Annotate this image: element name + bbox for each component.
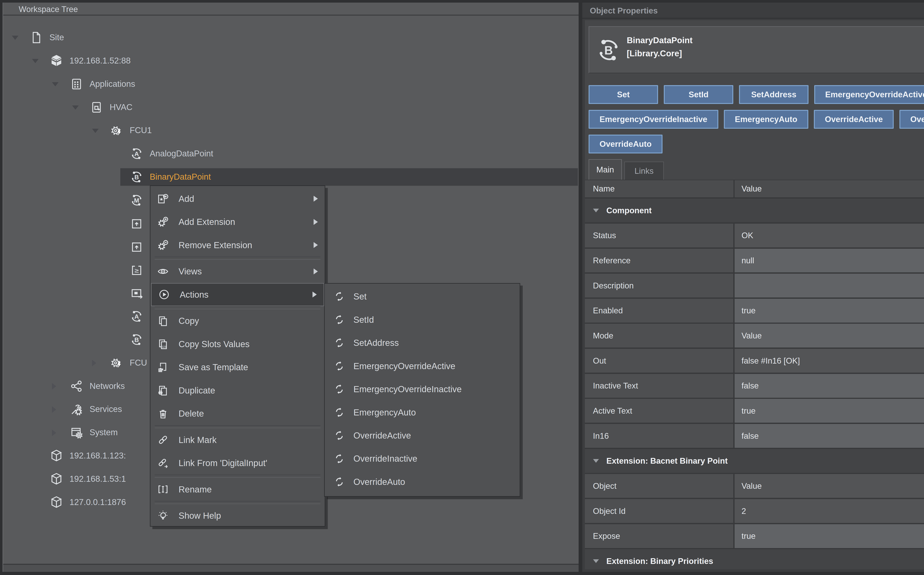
horizontal-scrollbar[interactable] (3, 564, 578, 572)
property-value[interactable]: null (734, 249, 924, 273)
section-header-extension-bacnet-binary-point[interactable]: Extension: Bacnet Binary Point (585, 449, 924, 473)
menu-item-setid[interactable]: SetId (325, 308, 520, 331)
tree-item-192-168-1-52-88[interactable]: 192.168.1.52:88 (3, 52, 578, 70)
action-button-setaddress[interactable]: SetAddress (739, 85, 808, 104)
menu-item-rename[interactable]: Rename (150, 478, 325, 501)
menu-item-duplicate[interactable]: Duplicate (150, 379, 325, 402)
property-value[interactable]: true (734, 299, 924, 322)
section-collapse-icon[interactable] (593, 459, 599, 463)
menu-item-copy-slots-values[interactable]: 123Copy Slots Values (150, 332, 325, 356)
action-button-emergencyoverrideinactive[interactable]: EmergencyOverrideInactive (589, 110, 718, 129)
menu-item-setaddress[interactable]: SetAddress (325, 331, 520, 354)
export-box-icon (130, 286, 143, 300)
menu-item-add[interactable]: Add (150, 187, 325, 210)
expand-icon[interactable] (92, 360, 96, 366)
menu-item-label: Show Help (178, 511, 221, 521)
action-button-overrideinactive[interactable]: OverrideInactive (899, 110, 924, 129)
menu-item-emergencyoverrideinactive[interactable]: EmergencyOverrideInactive (325, 378, 520, 401)
menu-item-set[interactable]: Set (325, 285, 520, 308)
menu-item-emergencyauto[interactable]: EmergencyAuto (325, 401, 520, 424)
menu-item-overrideinactive[interactable]: OverrideInactive (325, 447, 520, 470)
tree-item-fcu1[interactable]: FCU1 (3, 122, 578, 139)
property-value[interactable]: true (734, 399, 924, 423)
collapse-icon[interactable] (72, 105, 79, 110)
property-value[interactable]: true (734, 524, 924, 548)
action-button-emergencyauto[interactable]: EmergencyAuto (724, 110, 808, 129)
collapse-icon[interactable] (32, 59, 38, 63)
tab-main[interactable]: Main (589, 159, 622, 180)
section-header-extension-binary-priorities[interactable]: Extension: Binary Priorities (585, 549, 924, 569)
collapse-icon[interactable] (92, 129, 99, 133)
object-header: B BinaryDataPoint [Library.Core] (589, 26, 924, 73)
expand-icon[interactable] (52, 383, 56, 390)
expand-icon[interactable] (52, 429, 56, 436)
expand-icon[interactable] (52, 406, 56, 413)
menu-item-show-help[interactable]: Show Help (150, 504, 325, 527)
svg-text:123: 123 (162, 345, 166, 348)
tree-item-site[interactable]: Site (3, 29, 578, 46)
menu-item-add-extension[interactable]: Add Extension (150, 210, 325, 233)
menu-item-overrideauto[interactable]: OverrideAuto (325, 470, 520, 493)
tree-item-label: System (90, 424, 118, 441)
menu-item-views[interactable]: Views (150, 260, 325, 283)
action-button-setid[interactable]: SetId (664, 85, 733, 104)
svg-text:B: B (134, 174, 139, 181)
property-value[interactable]: Value (734, 474, 924, 498)
property-value[interactable]: false (734, 374, 924, 398)
menu-item-copy[interactable]: Copy (150, 309, 325, 332)
property-value[interactable]: Value (734, 324, 924, 348)
object-properties-title-label: Object Properties (590, 6, 658, 15)
tree-item-binarydatapoint[interactable]: BBinaryDataPoint (3, 168, 578, 186)
menu-item-label: Rename (178, 484, 212, 494)
property-value[interactable] (734, 274, 924, 297)
object-properties-content: B BinaryDataPoint [Library.Core] SetSetI… (585, 20, 924, 569)
property-value[interactable]: 2 (734, 499, 924, 523)
binary-data-point-icon: B (596, 37, 622, 63)
property-row-out: Outfalse #In16 [OK] (585, 349, 924, 373)
property-value[interactable]: false (734, 424, 924, 448)
action-button-overrideauto[interactable]: OverrideAuto (589, 135, 663, 153)
rename-icon (157, 483, 169, 496)
menu-item-link-mark[interactable]: Link Mark (150, 428, 325, 451)
property-value[interactable]: false #In16 [OK] (734, 349, 924, 373)
collapse-icon[interactable] (52, 82, 59, 86)
object-properties-title: Object Properties (582, 3, 924, 19)
tab-links[interactable]: Links (624, 162, 664, 179)
property-value[interactable]: OK (734, 224, 924, 248)
views-icon (157, 265, 169, 278)
section-collapse-icon[interactable] (593, 209, 599, 212)
workspace-tree-title-label: Workspace Tree (19, 5, 78, 14)
property-name: Description (585, 274, 733, 297)
action-button-emergencyoverrideactive[interactable]: EmergencyOverrideActive (814, 85, 924, 104)
svg-text:B: B (604, 44, 613, 57)
orbit-a-icon: A (130, 310, 143, 323)
section-header-component[interactable]: Component (585, 199, 924, 222)
section-collapse-icon[interactable] (593, 559, 599, 563)
tree-item-analogdatapoint[interactable]: AAnalogDataPoint (3, 145, 578, 162)
action-button-set[interactable]: Set (589, 85, 658, 104)
property-row-mode: ModeValue (585, 324, 924, 348)
action-button-overrideactive[interactable]: OverrideActive (814, 110, 894, 129)
tree-item-applications[interactable]: Applications (3, 75, 578, 93)
table-header: NameValue (585, 179, 924, 199)
menu-item-link-from-digitalinput-[interactable]: Link From 'DigitalInput' (150, 451, 325, 475)
column-header-name[interactable]: Name (585, 180, 735, 197)
collapse-icon[interactable] (12, 36, 19, 40)
menu-item-label: Copy Slots Values (178, 339, 250, 349)
menu-item-overrideactive[interactable]: OverrideActive (325, 424, 520, 447)
menu-item-save-as-template[interactable]: Save as Template (150, 356, 325, 379)
menu-item-remove-extension[interactable]: Remove Extension (150, 233, 325, 257)
link-from-icon (157, 457, 169, 469)
menu-item-label: Add (178, 194, 194, 204)
menu-item-delete[interactable]: Delete (150, 402, 325, 425)
tree-item-label: Networks (90, 377, 125, 395)
input-box-icon (130, 217, 143, 230)
column-header-value[interactable]: Value (734, 180, 924, 197)
property-name: In16 (585, 424, 733, 448)
tree-item-hvac[interactable]: HVAC (3, 98, 578, 116)
menu-item-emergencyoverrideactive[interactable]: EmergencyOverrideActive (325, 354, 520, 377)
help-icon (157, 510, 169, 522)
workspace-tree-title: Workspace Tree (3, 3, 578, 16)
menu-item-actions[interactable]: Actions (151, 283, 324, 306)
svg-text:≥: ≥ (134, 267, 139, 274)
